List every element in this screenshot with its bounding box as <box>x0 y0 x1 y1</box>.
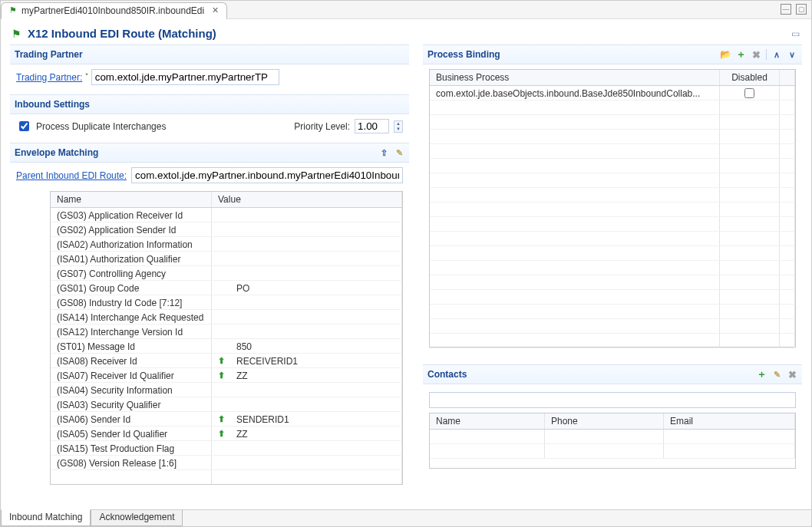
arrow-up-icon: ⬆ <box>212 412 230 426</box>
table-row[interactable]: (GS01) Group CodePO <box>51 281 402 295</box>
spinner-down-icon[interactable]: ▼ <box>394 127 402 132</box>
move-down-icon[interactable]: ∨ <box>787 49 797 60</box>
pb-col-business-process[interactable]: Business Process <box>430 70 720 85</box>
contacts-search-input[interactable] <box>429 392 796 408</box>
priority-spinner[interactable]: ▲ ▼ <box>394 120 403 133</box>
table-row <box>430 203 795 217</box>
table-row <box>430 305 795 319</box>
table-row[interactable]: (ISA03) Security Qualifier <box>51 397 402 412</box>
table-row <box>430 319 795 334</box>
table-row[interactable]: (ISA01) Authorization Qualifier <box>51 252 402 266</box>
tab-inbound-matching[interactable]: Inbound Matching <box>1 509 91 526</box>
priority-input[interactable] <box>355 119 389 133</box>
contacts-col-name[interactable]: Name <box>430 413 545 429</box>
envelope-col-value[interactable]: Value <box>212 192 402 207</box>
table-row[interactable]: (ISA07) Receiver Id Qualifier⬆ZZ <box>51 368 402 383</box>
envelope-row-value: 850 <box>230 339 402 353</box>
delete-icon[interactable]: ✖ <box>787 369 797 380</box>
envelope-row-value: ZZ <box>230 368 402 382</box>
envelope-row-name: (ISA06) Sender Id <box>51 412 212 426</box>
parent-route-link[interactable]: Parent Inbound EDI Route: <box>16 170 127 181</box>
bottom-tab-row: Inbound Matching Acknowledgement <box>1 509 811 526</box>
process-binding-header: Process Binding 📂 ＋ ✖ ∧ ∨ <box>423 44 802 64</box>
envelope-row-value <box>230 383 402 397</box>
collapse-icon[interactable]: ▭ <box>790 28 800 39</box>
table-row <box>430 334 795 348</box>
envelope-row-name: (ISA03) Security Qualifier <box>51 397 212 411</box>
table-row[interactable] <box>430 444 795 459</box>
contacts-header: Contacts ＋ ✎ ✖ <box>423 364 802 384</box>
table-row[interactable]: (GS03) Application Receiver Id <box>51 208 402 222</box>
table-row[interactable]: (ISA04) Security Information <box>51 383 402 397</box>
page-title: X12 Inbound EDI Route (Matching) <box>28 27 216 40</box>
envelope-row-name: (GS07) Controlling Agency <box>51 266 212 280</box>
table-row[interactable]: (GS08) Industry Id Code [7:12] <box>51 295 402 310</box>
arrow-up-icon <box>212 339 230 353</box>
arrow-up-icon: ⬆ <box>212 354 230 367</box>
add-icon[interactable]: ＋ <box>756 369 767 380</box>
move-up-icon[interactable]: ∧ <box>771 49 782 60</box>
arrow-up-icon <box>212 252 230 265</box>
trading-partner-input[interactable] <box>91 69 279 85</box>
envelope-row-name: (GS08) Industry Id Code [7:12] <box>51 295 212 309</box>
envelope-row-value <box>230 252 402 265</box>
delete-icon[interactable]: ✖ <box>751 49 761 60</box>
edit-icon[interactable]: ✎ <box>394 147 404 158</box>
pb-col-disabled[interactable]: Disabled <box>720 70 780 85</box>
table-row[interactable]: (GS08) Version Release [1:6] <box>51 456 402 470</box>
disabled-checkbox[interactable] <box>744 88 754 98</box>
table-row[interactable]: (ISA08) Receiver Id⬆RECEIVERID1 <box>51 354 402 368</box>
envelope-col-name[interactable]: Name <box>51 192 212 207</box>
table-row[interactable]: com.extol.jde.baseObjects.inbound.BaseJd… <box>430 86 795 100</box>
table-row <box>430 246 795 261</box>
page-heading: ⚑ X12 Inbound EDI Route (Matching) ▭ <box>1 19 811 44</box>
pb-row-disabled[interactable] <box>720 86 780 100</box>
envelope-row-value <box>230 456 402 469</box>
table-row <box>430 275 795 290</box>
envelope-row-value <box>230 310 402 324</box>
table-row[interactable]: (ISA15) Test Production Flag <box>51 441 402 456</box>
table-row[interactable]: (ST01) Message Id850 <box>51 339 402 354</box>
table-row[interactable]: (ISA05) Sender Id Qualifier⬆ZZ <box>51 427 402 441</box>
trading-partner-header: Trading Partner <box>10 44 409 64</box>
envelope-row-name: (ISA01) Authorization Qualifier <box>51 252 212 265</box>
table-row[interactable]: (ISA14) Interchange Ack Requested <box>51 310 402 324</box>
table-row[interactable]: (ISA02) Authorization Information <box>51 237 402 252</box>
contacts-col-phone[interactable]: Phone <box>545 413 664 429</box>
trading-partner-link[interactable]: Trading Partner: <box>16 72 82 83</box>
close-icon[interactable]: ✕ <box>212 5 219 15</box>
editor-tab-row: ⚑ myPartnerEdi4010Inbound850IR.inboundEd… <box>1 1 811 19</box>
edit-icon[interactable]: ✎ <box>771 369 782 380</box>
minimize-icon[interactable]: — <box>781 4 791 15</box>
arrow-up-icon <box>212 237 230 251</box>
parent-route-input[interactable] <box>131 167 403 183</box>
contacts-col-email[interactable]: Email <box>664 413 795 429</box>
table-row <box>430 261 795 275</box>
duplicate-checkbox[interactable] <box>19 121 29 131</box>
duplicate-checkbox-label[interactable]: Process Duplicate Interchanges <box>16 119 166 133</box>
table-row[interactable]: (ISA06) Sender Id⬆SENDERID1 <box>51 412 402 427</box>
envelope-row-value: PO <box>230 281 402 295</box>
add-icon[interactable]: ＋ <box>735 49 746 60</box>
maximize-icon[interactable]: ▢ <box>796 4 807 15</box>
editor-tab[interactable]: ⚑ myPartnerEdi4010Inbound850IR.inboundEd… <box>1 2 227 19</box>
table-row <box>430 173 795 188</box>
flag-icon: ⚑ <box>12 28 21 40</box>
envelope-row-name: (ISA08) Receiver Id <box>51 354 212 367</box>
tab-acknowledgement[interactable]: Acknowledgement <box>91 509 183 526</box>
pb-col-spacer <box>780 70 795 85</box>
spinner-up-icon[interactable]: ▲ <box>394 121 402 127</box>
table-row[interactable]: (ISA12) Interchange Version Id <box>51 324 402 339</box>
table-row <box>430 100 795 115</box>
table-row[interactable] <box>430 430 795 444</box>
arrow-up-icon <box>212 281 230 295</box>
folder-open-icon[interactable]: 📂 <box>720 49 731 60</box>
arrow-up-icon[interactable]: ⇧ <box>378 147 389 158</box>
arrow-up-icon <box>212 441 230 455</box>
table-row[interactable]: (GS02) Application Sender Id <box>51 222 402 237</box>
table-row <box>430 144 795 159</box>
table-row <box>430 130 795 144</box>
table-row[interactable]: (GS07) Controlling Agency <box>51 266 402 281</box>
table-row <box>430 290 795 305</box>
pb-row-name: com.extol.jde.baseObjects.inbound.BaseJd… <box>430 86 720 100</box>
